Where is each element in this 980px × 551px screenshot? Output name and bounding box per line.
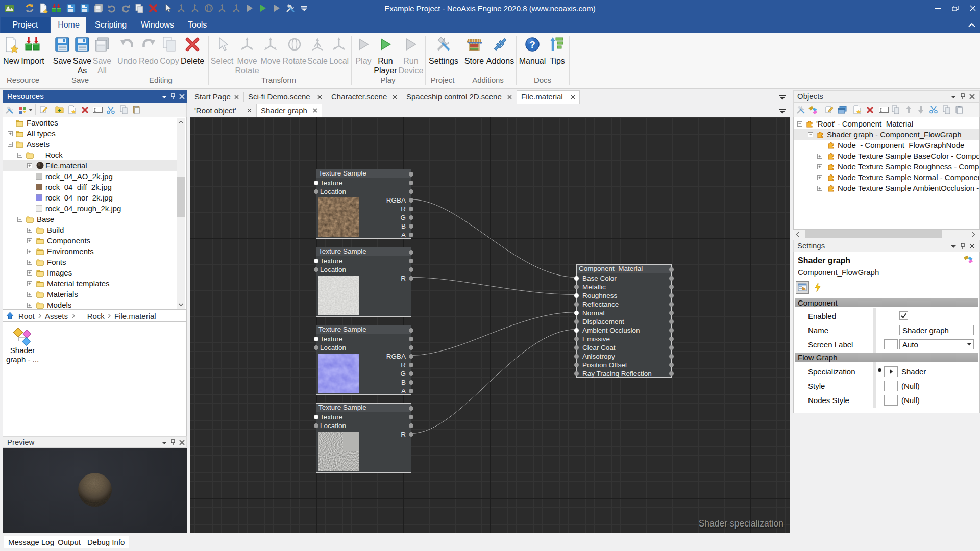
svg-text:?: ? [529,39,535,50]
